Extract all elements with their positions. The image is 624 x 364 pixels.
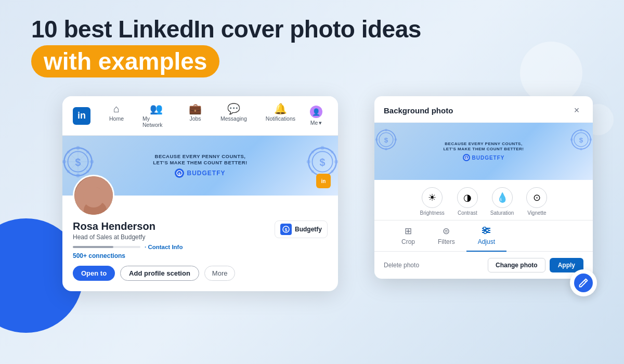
page-title-line1: 10 best LinkedIn cover photo ideas: [31, 16, 593, 43]
saturation-label: Saturation: [490, 210, 514, 216]
svg-line-37: [101, 193, 103, 194]
open-to-button[interactable]: Open to: [73, 266, 115, 281]
more-button[interactable]: More: [204, 266, 236, 281]
tab-crop[interactable]: ⊞ Crop: [390, 220, 426, 252]
svg-point-54: [580, 129, 582, 132]
nav-jobs[interactable]: 💼 Jobs: [179, 101, 211, 130]
delete-photo-link[interactable]: Delete photo: [384, 262, 419, 269]
profile-left: Rosa Henderson Head of Sales at Budgetfy…: [73, 220, 275, 259]
svg-text:$: $: [284, 227, 287, 232]
saturation-circle: 💧: [492, 187, 513, 208]
svg-point-59: [484, 227, 486, 229]
close-button[interactable]: ×: [570, 103, 583, 117]
profile-avatar: [73, 175, 114, 216]
nav-items: ⌂ Home 👥 My Network 💼 Jobs 💬 Messaging 🔔…: [100, 101, 305, 130]
jobs-icon: 💼: [189, 103, 202, 114]
vignette-circle: ⊙: [526, 187, 547, 208]
edit-fab-inner: [574, 274, 593, 292]
svg-text:$: $: [384, 136, 388, 144]
svg-line-62: [584, 280, 586, 282]
pencil-icon: [579, 278, 588, 288]
contact-info-link[interactable]: · Contact Info: [145, 244, 183, 250]
nav-messaging[interactable]: 💬 Messaging: [211, 101, 256, 130]
contrast-circle: ◑: [457, 187, 478, 208]
profile-section: Rosa Henderson Head of Sales at Budgetfy…: [62, 196, 338, 291]
panel-brand-icon: $: [463, 154, 470, 161]
panel-brand: $ BUDGETFY: [443, 154, 524, 161]
nav-home[interactable]: ⌂ Home: [100, 101, 133, 130]
nav-me[interactable]: 👤 Me ▾: [305, 103, 328, 128]
svg-point-46: [385, 148, 387, 150]
progress-bar: [73, 246, 140, 248]
svg-point-25: [331, 151, 333, 153]
svg-point-45: [385, 129, 387, 132]
nav-notifications[interactable]: 🔔 Notifications: [256, 101, 305, 130]
svg-point-29: [88, 187, 102, 202]
linkedin-logo: in: [73, 107, 90, 125]
brightness-label: Brightness: [420, 210, 445, 216]
title-section: 10 best LinkedIn cover photo ideas with …: [31, 16, 593, 77]
company-name: Budgetfy: [295, 226, 322, 233]
svg-point-31: [92, 192, 94, 195]
vignette-label: Vignette: [527, 210, 547, 216]
profile-actions: Open to Add profile scetion More: [73, 266, 328, 281]
background-photo-panel: Background photo × $ BECAUSE EVERY PENNY…: [374, 96, 593, 279]
adjust-icon: [482, 226, 490, 237]
vignette-control[interactable]: ⊙ Vignette: [526, 187, 547, 216]
svg-point-20: [307, 160, 310, 163]
tab-filters[interactable]: ⊜ Filters: [426, 220, 466, 252]
me-avatar: 👤: [310, 106, 322, 118]
crop-icon: ⊞: [405, 226, 412, 237]
panel-tabs: ⊞ Crop ⊜ Filters Adjust: [374, 220, 593, 251]
page-title-highlight: with examples: [31, 45, 219, 77]
svg-point-55: [580, 148, 582, 150]
saturation-control[interactable]: 💧 Saturation: [490, 187, 514, 216]
panel-footer: Delete photo Change photo Apply: [374, 251, 593, 279]
company-badge: $ Budgetfy: [275, 220, 328, 238]
linkedin-navbar: in ⌂ Home 👥 My Network 💼 Jobs 💬 Messagin…: [62, 96, 338, 136]
panel-tagline-2: LET'S MAKE THEM COUNT BETTER!: [443, 147, 524, 152]
contrast-control[interactable]: ◑ Contrast: [457, 187, 478, 216]
svg-text:$: $: [579, 136, 583, 144]
panel-cover-preview: $ BECAUSE EVERY PENNY COUNTS, LET'S MAKE…: [374, 123, 593, 180]
crop-label: Crop: [401, 238, 415, 245]
cover-tagline-line1: BECAUSE EVERY PENNY COUNTS,: [153, 153, 247, 160]
profile-name: Rosa Henderson: [73, 220, 275, 232]
brightness-control[interactable]: ☀ Brightness: [420, 187, 445, 216]
svg-text:$: $: [465, 156, 467, 160]
svg-point-27: [331, 170, 333, 173]
tab-adjust[interactable]: Adjust: [466, 221, 506, 252]
home-icon: ⌂: [113, 103, 120, 114]
svg-point-52: [570, 138, 573, 141]
svg-point-44: [394, 138, 397, 141]
cover-tagline-line2: LET'S MAKE THEM COUNT BETTER!: [153, 160, 247, 166]
edit-fab[interactable]: [570, 269, 597, 296]
panel-tagline-1: BECAUSE EVERY PENNY COUNTS,: [443, 141, 524, 147]
panel-cover-text: BECAUSE EVERY PENNY COUNTS, LET'S MAKE T…: [443, 141, 524, 162]
adjust-label: Adjust: [478, 238, 495, 245]
nav-my-network[interactable]: 👥 My Network: [133, 101, 179, 130]
svg-rect-33: [89, 191, 95, 196]
add-profile-button[interactable]: Add profile scetion: [120, 266, 199, 281]
svg-point-43: [375, 138, 378, 141]
svg-point-22: [320, 146, 324, 150]
svg-point-21: [334, 160, 338, 163]
panel-header: Background photo ×: [374, 96, 593, 123]
footer-buttons: Change photo Apply: [488, 258, 583, 272]
profile-job-title: Head of Sales at Budgetfy: [73, 233, 275, 241]
svg-point-32: [97, 192, 99, 195]
budgetfy-cover-icon: $: [175, 168, 184, 178]
svg-point-61: [484, 231, 487, 233]
svg-point-53: [589, 138, 592, 141]
cover-brand-name: BUDGETFY: [187, 170, 225, 177]
svg-point-24: [311, 151, 314, 153]
linkedin-profile-card: in ⌂ Home 👥 My Network 💼 Jobs 💬 Messagin…: [62, 96, 338, 291]
linkedin-share-icon: in: [316, 174, 331, 188]
brightness-circle: ☀: [422, 187, 443, 208]
progress-fill: [73, 246, 113, 248]
filters-icon: ⊜: [443, 226, 450, 237]
chevron-down-icon: ▾: [319, 120, 322, 126]
messaging-icon: 💬: [227, 103, 240, 114]
change-photo-button[interactable]: Change photo: [488, 258, 545, 272]
filters-label: Filters: [438, 238, 455, 245]
